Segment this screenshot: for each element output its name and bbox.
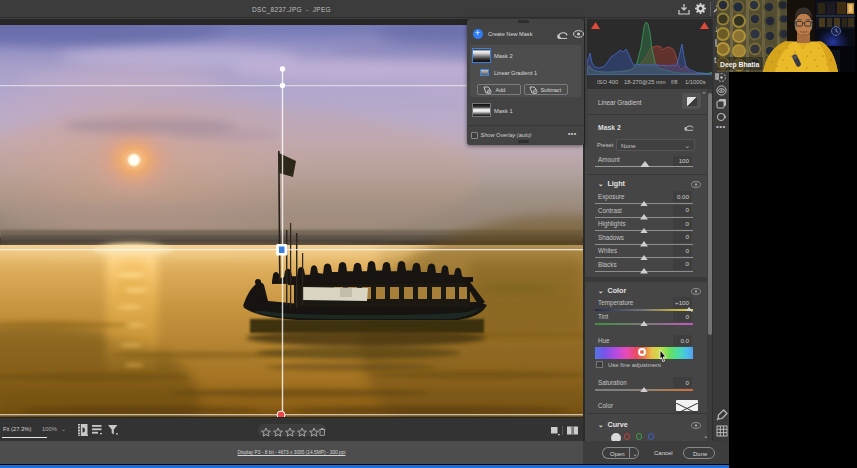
svg-text:Deep Bhatia: Deep Bhatia (720, 61, 760, 69)
